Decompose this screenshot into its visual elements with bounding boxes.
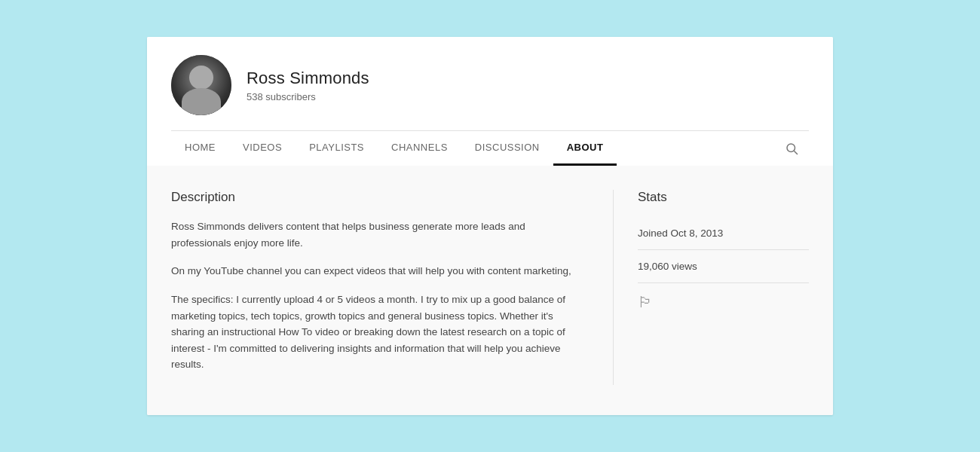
description-section: Description Ross Simmonds delivers conte… (171, 190, 613, 385)
avatar-image (171, 55, 231, 115)
tab-channels[interactable]: CHANNELS (378, 131, 461, 166)
svg-line-1 (795, 151, 798, 154)
svg-point-0 (787, 144, 795, 152)
stat-flag: 🏳 (638, 283, 809, 322)
stat-joined: Joined Oct 8, 2013 (638, 217, 809, 250)
search-icon[interactable] (774, 134, 809, 163)
stats-heading: Stats (638, 190, 809, 205)
channel-header: Ross Simmonds 538 subscribers HOME VIDEO… (147, 37, 833, 166)
tab-videos[interactable]: VIDEOS (229, 131, 296, 166)
channel-text: Ross Simmonds 538 subscribers (247, 69, 369, 102)
tab-discussion[interactable]: DISCUSSION (461, 131, 553, 166)
nav-tabs: HOME VIDEOS PLAYLISTS CHANNELS DISCUSSIO… (171, 130, 809, 166)
tab-about[interactable]: ABOUT (553, 131, 617, 166)
description-heading: Description (171, 190, 583, 205)
stats-section: Stats Joined Oct 8, 2013 19,060 views 🏳 (613, 190, 809, 385)
avatar (171, 55, 231, 115)
tab-playlists[interactable]: PLAYLISTS (296, 131, 378, 166)
flag-icon: 🏳 (638, 294, 653, 310)
content-area: Description Ross Simmonds delivers conte… (147, 166, 833, 415)
description-para-2: On my YouTube channel you can expect vid… (171, 263, 583, 279)
description-para-1: Ross Simmonds delivers content that help… (171, 218, 583, 251)
description-para-3: The specifics: I currently upload 4 or 5… (171, 292, 583, 373)
tab-home[interactable]: HOME (171, 131, 229, 166)
stat-views: 19,060 views (638, 250, 809, 283)
channel-info: Ross Simmonds 538 subscribers (171, 55, 809, 130)
channel-card: Ross Simmonds 538 subscribers HOME VIDEO… (147, 37, 833, 415)
channel-name: Ross Simmonds (247, 69, 369, 88)
subscriber-count: 538 subscribers (247, 91, 369, 102)
